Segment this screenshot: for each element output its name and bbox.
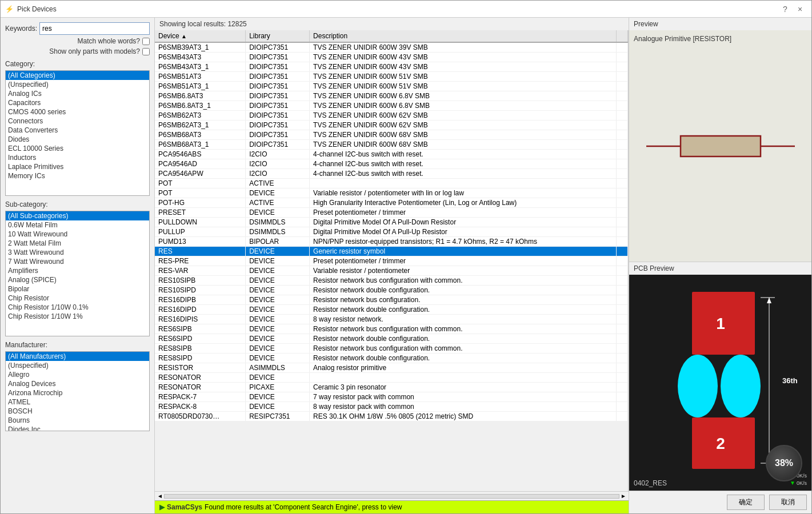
category-item-capacitors[interactable]: Capacitors <box>6 98 149 107</box>
table-row[interactable]: RES10SIPBDEVICEResistor network bus conf… <box>155 276 628 286</box>
table-row[interactable]: RES-PREDEVICEPreset potentiometer / trim… <box>155 256 628 266</box>
subcategory-item-analog-spice[interactable]: Analog (SPICE) <box>6 275 149 284</box>
close-button[interactable]: × <box>793 2 807 16</box>
manufacturer-item-bosch[interactable]: BOSCH <box>6 407 149 416</box>
samac-bar[interactable]: ▶ SamaCSys Found more results at 'Compon… <box>155 500 629 513</box>
table-row[interactable]: RESPACK-8DEVICE8 way resistor pack with … <box>155 402 628 412</box>
scroll-left-icon[interactable]: ◄ <box>157 493 163 499</box>
manufacturer-item-allegro[interactable]: Allegro <box>6 370 149 379</box>
category-item-inductors[interactable]: Inductors <box>6 153 149 162</box>
subcategory-item-7w[interactable]: 7 Watt Wirewound <box>6 257 149 266</box>
scroll-right-icon[interactable]: ► <box>621 493 626 499</box>
manufacturer-item-all[interactable]: (All Manufacturers) <box>6 352 149 361</box>
subcategory-list[interactable]: (All Sub-categories) 0.6W Metal Film 10 … <box>5 211 150 336</box>
table-row[interactable]: P6SMB51AT3_1DIOIPC7351TVS ZENER UNIDIR 6… <box>155 82 628 91</box>
help-button[interactable]: ? <box>778 2 792 16</box>
table-row[interactable]: PCA9546APWI2CIO4-channel I2C-bus switch … <box>155 169 628 179</box>
category-item-unspecified[interactable]: (Unspecified) <box>6 80 149 89</box>
table-row[interactable]: POT-HGACTIVEHigh Granularity Interactive… <box>155 198 628 208</box>
manufacturer-item-analog[interactable]: Analog Devices <box>6 379 149 388</box>
table-row[interactable]: RES6SIPDDEVICEResistor network double co… <box>155 334 628 344</box>
manufacturer-item-diodes[interactable]: Diodes Inc. <box>6 425 149 431</box>
category-item-connectors[interactable]: Connectors <box>6 117 149 126</box>
samac-logo-icon: ▶ <box>159 503 165 511</box>
table-row[interactable]: P6SMB68AT3DIOIPC7351TVS ZENER UNIDIR 600… <box>155 130 628 140</box>
category-item-laplace[interactable]: Laplace Primitives <box>6 162 149 171</box>
col-library[interactable]: Library <box>246 30 310 42</box>
table-row[interactable]: P6SMB62AT3DIOIPC7351TVS ZENER UNIDIR 600… <box>155 111 628 121</box>
category-item-analog-ics[interactable]: Analog ICs <box>6 89 149 98</box>
confirm-button[interactable]: 确定 <box>727 495 765 510</box>
category-item-cmos[interactable]: CMOS 4000 series <box>6 107 149 117</box>
table-row[interactable]: RESONATORDEVICE <box>155 373 628 383</box>
category-item-all[interactable]: (All Categories) <box>6 71 149 80</box>
subcategory-item-2w[interactable]: 2 Watt Metal Film <box>6 239 149 248</box>
pcb-section: PCB Preview <box>629 262 811 491</box>
table-row[interactable]: RES6SIPBDEVICEResistor network bus confi… <box>155 324 628 334</box>
table-row[interactable]: POTACTIVE <box>155 179 628 188</box>
manufacturer-list[interactable]: (All Manufacturers) (Unspecified) Allegr… <box>5 351 150 431</box>
manufacturer-item-atmel[interactable]: ATMEL <box>6 397 149 407</box>
table-row[interactable]: P6SMB43AT3_1DIOIPC7351TVS ZENER UNIDIR 6… <box>155 62 628 72</box>
manufacturer-item-arizona[interactable]: Arizona Microchip <box>6 388 149 397</box>
category-item-ecl[interactable]: ECL 10000 Series <box>6 144 149 153</box>
category-list[interactable]: (All Categories) (Unspecified) Analog IC… <box>5 70 150 196</box>
category-item-memory[interactable]: Memory ICs <box>6 171 149 180</box>
samac-message: Found more results at 'Component Search … <box>205 503 402 511</box>
table-row[interactable]: P6SMB6.8AT3DIOIPC7351TVS ZENER UNIDIR 60… <box>155 91 628 101</box>
subcategory-item-all[interactable]: (All Sub-categories) <box>6 211 149 220</box>
subcategory-item-chip-0.1[interactable]: Chip Resistor 1/10W 0.1% <box>6 303 149 312</box>
category-item-diodes[interactable]: Diodes <box>6 135 149 144</box>
subcategory-item-0.6w[interactable]: 0.6W Metal Film <box>6 220 149 230</box>
table-scroll-bar[interactable]: ◄ ► <box>155 491 629 500</box>
subcategory-item-chip-resistor[interactable]: Chip Resistor <box>6 294 149 303</box>
subcategory-item-3w[interactable]: 3 Watt Wirewound <box>6 248 149 257</box>
table-row[interactable]: P6SMB6.8AT3_1DIOIPC7351TVS ZENER UNIDIR … <box>155 101 628 111</box>
table-row[interactable]: RESDEVICEGeneric resistor symbol <box>155 247 628 256</box>
table-row[interactable]: RES16DIPDDEVICEResistor network double c… <box>155 305 628 315</box>
title-bar-left: ⚡ Pick Devices <box>5 5 57 13</box>
manufacturer-item-unspecified[interactable]: (Unspecified) <box>6 361 149 370</box>
keywords-input[interactable] <box>39 22 150 35</box>
table-row[interactable]: P6SMB39AT3_1DIOIPC7351TVS ZENER UNIDIR 6… <box>155 42 628 53</box>
table-row[interactable]: P6SMB68AT3_1DIOIPC7351TVS ZENER UNIDIR 6… <box>155 140 628 150</box>
cancel-button[interactable]: 取消 <box>769 495 807 510</box>
table-row[interactable]: RESPACK-7DEVICE7 way resistor pack with … <box>155 392 628 402</box>
table-row[interactable]: POTDEVICEVariable resistor / potentiomet… <box>155 188 628 198</box>
category-item-data-converters[interactable]: Data Converters <box>6 126 149 135</box>
col-description[interactable]: Description <box>310 30 617 42</box>
show-models-checkbox[interactable] <box>142 48 150 55</box>
samac-logo-text: SamaCSys <box>167 503 202 511</box>
table-row[interactable]: RESISTORASIMMDLSAnalog resistor primitiv… <box>155 363 628 373</box>
horizontal-scrollbar[interactable] <box>164 494 619 499</box>
table-row[interactable]: PCA9546ADI2CIO4-channel I2C-bus switch w… <box>155 159 628 169</box>
table-row[interactable]: RES16DIPBDEVICEResistor network bus conf… <box>155 295 628 305</box>
match-words-checkbox[interactable] <box>142 38 150 45</box>
col-device[interactable]: Device ▲ <box>155 30 246 42</box>
match-words-label: Match whole words? <box>78 37 140 45</box>
table-row[interactable]: PULLUPDSIMMDLSDigital Primitive Model Of… <box>155 227 628 237</box>
table-row[interactable]: RES-VARDEVICEVariable resistor / potenti… <box>155 266 628 276</box>
table-row[interactable]: PRESETDEVICEPreset potentiometer / trimm… <box>155 208 628 218</box>
table-row[interactable]: P6SMB51AT3DIOIPC7351TVS ZENER UNIDIR 600… <box>155 72 628 82</box>
table-row[interactable]: P6SMB62AT3_1DIOIPC7351TVS ZENER UNIDIR 6… <box>155 121 628 130</box>
table-row[interactable]: PUMD13BIPOLARNPN/PNP resistor-equipped t… <box>155 237 628 247</box>
table-row[interactable]: PCA9546ABSI2CIO4-channel I2C-bus switch … <box>155 150 628 159</box>
table-row[interactable]: P6SMB43AT3DIOIPC7351TVS ZENER UNIDIR 600… <box>155 53 628 62</box>
category-label: Category: <box>5 60 150 68</box>
table-row[interactable]: RES8SIPDDEVICEResistor network double co… <box>155 354 628 363</box>
table-row[interactable]: RESONATORPICAXECeramic 3 pin resonator <box>155 383 628 392</box>
table-row[interactable]: RES8SIPBDEVICEResistor network bus confi… <box>155 344 628 354</box>
subcategory-item-chip-1[interactable]: Chip Resistor 1/10W 1% <box>6 312 149 321</box>
table-row[interactable]: RES10SIPDDEVICEResistor network double c… <box>155 286 628 295</box>
subcategory-item-bipolar[interactable]: Bipolar <box>6 284 149 294</box>
manufacturer-item-bourns[interactable]: Bourns <box>6 416 149 425</box>
svg-text:2: 2 <box>716 435 725 452</box>
table-row[interactable]: RT0805DRD0730…RESIPC7351RES 30.1K OHM 1/… <box>155 412 628 421</box>
table-row[interactable]: RES16DIPISDEVICE8 way resistor network. <box>155 315 628 324</box>
subcategory-item-amplifiers[interactable]: Amplifiers <box>6 266 149 275</box>
subcategory-item-10w[interactable]: 10 Watt Wirewound <box>6 230 149 239</box>
table-row[interactable]: PULLDOWNDSIMMDLSDigital Primitive Model … <box>155 218 628 227</box>
results-table-container[interactable]: Device ▲ Library Description P6SMB39AT3_… <box>155 30 629 491</box>
preview-content: Analogue Primitive [RESISTOR] <box>629 30 811 262</box>
